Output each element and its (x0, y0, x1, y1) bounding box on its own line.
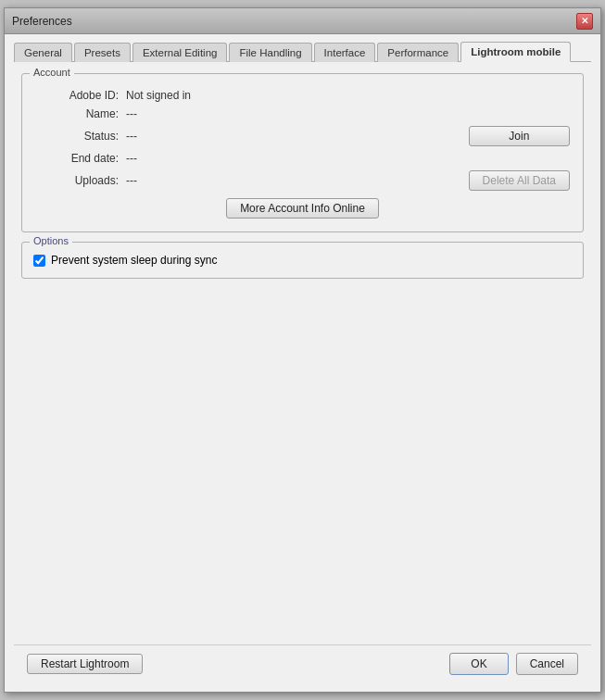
ok-button[interactable]: OK (449, 653, 508, 675)
options-group-label: Options (30, 235, 72, 246)
end-date-label: End date: (35, 152, 119, 165)
more-account-info-button[interactable]: More Account Info Online (226, 198, 379, 219)
close-button[interactable]: ✕ (576, 13, 593, 30)
tab-performance[interactable]: Performance (377, 43, 459, 62)
adobe-id-label: Adobe ID: (35, 89, 119, 102)
main-content: Account Adobe ID: Not signed in Name: --… (14, 62, 591, 644)
options-group: Options Prevent system sleep during sync (21, 242, 584, 279)
window-title: Preferences (12, 15, 72, 28)
tab-lightroom-mobile[interactable]: Lightroom mobile (460, 42, 571, 62)
prevent-sleep-label: Prevent system sleep during sync (51, 254, 217, 267)
bottom-right-buttons: OK Cancel (449, 653, 578, 675)
tab-bar: General Presets External Editing File Ha… (14, 42, 591, 62)
prevent-sleep-row: Prevent system sleep during sync (33, 254, 572, 267)
adobe-id-value: Not signed in (126, 89, 461, 102)
tab-presets[interactable]: Presets (74, 43, 131, 62)
tab-file-handling[interactable]: File Handling (229, 43, 311, 62)
account-grid: Adobe ID: Not signed in Name: --- Status… (35, 89, 570, 191)
name-label: Name: (35, 107, 119, 120)
prevent-sleep-checkbox[interactable] (33, 255, 45, 267)
bottom-bar: Restart Lightroom OK Cancel (14, 644, 591, 684)
delete-all-data-button[interactable]: Delete All Data (469, 170, 570, 191)
restart-lightroom-button[interactable]: Restart Lightroom (27, 654, 143, 674)
status-label: Status: (35, 130, 119, 143)
account-group: Account Adobe ID: Not signed in Name: --… (21, 73, 584, 232)
account-group-label: Account (30, 67, 74, 78)
end-date-value: --- (126, 152, 461, 165)
tab-external-editing[interactable]: External Editing (132, 43, 228, 62)
uploads-label: Uploads: (35, 174, 119, 187)
cancel-button[interactable]: Cancel (516, 653, 578, 675)
name-value: --- (126, 107, 461, 120)
title-bar: Preferences ✕ (5, 8, 600, 34)
preferences-window: Preferences ✕ General Presets External E… (4, 7, 601, 693)
tab-interface[interactable]: Interface (314, 43, 376, 62)
tab-general[interactable]: General (14, 43, 72, 62)
more-info-row: More Account Info Online (35, 198, 570, 219)
join-button[interactable]: Join (469, 126, 570, 146)
status-value: --- (126, 130, 461, 143)
uploads-value: --- (126, 174, 461, 187)
content-area: General Presets External Editing File Ha… (5, 34, 600, 692)
